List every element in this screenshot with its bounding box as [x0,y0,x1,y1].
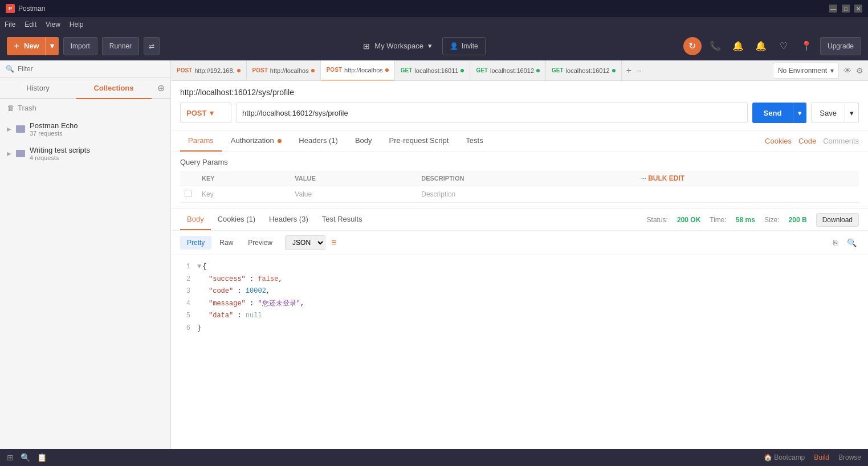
sync-icon-button[interactable]: ↻ [683,37,702,55]
expand-1[interactable]: ▼ [197,261,201,273]
maximize-button[interactable]: □ [842,5,850,13]
sync-button[interactable]: ⇄ [144,37,160,55]
comments-link[interactable]: Comments [823,137,859,145]
collection-count-2: 4 requests [30,154,90,161]
menu-view[interactable]: View [46,21,60,28]
main-layout: 🔍 History Collections ⊕ 🗑 Trash ▶ Postma… [0,60,868,449]
bell-icon-button[interactable]: 🔔 [729,37,747,55]
sidebar-item-trash[interactable]: 🗑 Trash [0,99,170,117]
response-tab-tests[interactable]: Test Results [315,209,369,230]
import-button[interactable]: Import [63,37,97,55]
expand-icon: ▶ [7,126,11,132]
tabs-more-button[interactable]: ··· [636,67,642,75]
params-tab-prerequest[interactable]: Pre-request Script [381,130,457,152]
runner-button[interactable]: Runner [102,37,139,55]
tab-get-1[interactable]: GET localhost:16011 [395,60,471,81]
location-icon-button[interactable]: 📍 [797,37,816,55]
bulk-edit-button[interactable]: Bulk Edit [648,174,684,182]
row-desc[interactable]: Description [417,186,637,203]
bottom-bar: ⊞ 🔍 📋 🏠 Bootcamp Build Browse [0,449,868,466]
phone-icon-button[interactable]: 📞 [706,37,724,55]
status-label: Status: [647,216,668,224]
response-area: Body Cookies (1) Headers (3) Test Result… [171,209,868,449]
url-input[interactable] [236,103,748,123]
env-area: No Environment ▾ 👁 ⚙ [773,63,868,79]
new-button-main[interactable]: ＋ New [7,41,45,51]
collection-writing-test[interactable]: ▶ Writing test scripts 4 requests [0,141,170,166]
format-tab-pretty[interactable]: Pretty [180,236,211,250]
tab-history[interactable]: History [0,78,76,98]
tab-get-3[interactable]: GET localhost:16012 [546,60,622,81]
row-checkbox[interactable] [185,190,192,197]
menu-edit[interactable]: Edit [25,21,36,28]
cookies-link[interactable]: Cookies [765,137,792,145]
expand-icon-2: ▶ [7,150,11,157]
response-tab-body[interactable]: Body [180,209,211,230]
trash-label: Trash [18,104,36,112]
new-button[interactable]: ＋ New ▾ [7,37,59,55]
json-line-2: 2 "success" : false, [180,273,859,286]
response-meta: Status: 200 OK Time: 58 ms Size: 200 B D… [647,213,859,227]
params-tab-tests[interactable]: Tests [458,130,491,152]
browse-link[interactable]: Browse [838,453,861,461]
toolbar: ＋ New ▾ Import Runner ⇄ ⊞ My Workspace ▾… [0,32,868,60]
new-folder-button[interactable]: ⊕ [152,78,170,98]
sidebar-search: 🔍 [0,60,170,78]
filter-input[interactable] [18,65,165,73]
notification-icon-button[interactable]: 🔔 [752,37,770,55]
tab-get-2[interactable]: GET localhost:16012 [470,60,546,81]
new-button-dropdown[interactable]: ▾ [45,37,59,55]
response-tab-headers[interactable]: Headers (3) [262,209,315,230]
time-value: 58 ms [736,216,755,224]
tab-dot-4 [461,69,464,72]
bootcamp-label[interactable]: 🏠 Bootcamp [764,453,805,461]
row-value[interactable]: Value [290,186,417,203]
tab-collections[interactable]: Collections [76,78,152,99]
row-key[interactable]: Key [197,186,290,203]
code-link[interactable]: Code [798,137,816,145]
send-dropdown-button[interactable]: ▾ [793,103,806,123]
bottom-icon-2[interactable]: 🔍 [21,453,30,462]
tab-post-3[interactable]: POST http://localhos [321,60,395,81]
invite-button[interactable]: 👤 Invite [442,37,486,55]
params-tab-params[interactable]: Params [180,130,222,152]
minimize-button[interactable]: — [829,5,837,13]
response-tab-cookies[interactable]: Cookies (1) [211,209,262,230]
tab-method-label-4: GET [401,67,413,73]
bottom-icon-3[interactable]: 📋 [37,453,47,462]
workspace-button[interactable]: ⊞ My Workspace ▾ [357,38,438,54]
tab-url-4: localhost:16011 [414,67,458,74]
build-link[interactable]: Build [814,453,829,461]
search-response-button[interactable]: 🔍 [845,236,859,250]
more-icon[interactable]: ··· [641,175,646,182]
eye-button[interactable]: 👁 [843,66,851,75]
add-tab-button[interactable]: + [626,66,631,76]
menu-file[interactable]: File [5,21,15,28]
format-tab-preview[interactable]: Preview [241,236,279,250]
send-button[interactable]: Send [752,103,793,123]
format-selector[interactable]: JSON XML HTML Text [285,235,325,250]
auth-dot [278,139,282,143]
tab-post-2[interactable]: POST http://localhos [247,60,321,81]
bottom-icon-1[interactable]: ⊞ [7,453,14,462]
save-button[interactable]: Save [811,103,845,123]
settings-button[interactable]: ⚙ [856,66,863,75]
params-tab-body[interactable]: Body [347,130,380,152]
menu-help[interactable]: Help [70,21,84,28]
save-dropdown-button[interactable]: ▾ [845,103,859,123]
filter-icon[interactable]: ≡ [331,238,336,248]
params-tab-headers[interactable]: Headers (1) [291,130,346,152]
close-button[interactable]: ✕ [854,5,862,13]
download-button[interactable]: Download [816,213,859,227]
heart-icon-button[interactable]: ♡ [775,37,793,55]
copy-button[interactable]: ⎘ [831,236,840,250]
format-tab-raw[interactable]: Raw [213,236,240,250]
tab-post-1[interactable]: POST http://192.168. [171,60,247,81]
runner-label: Runner [109,42,132,50]
upgrade-button[interactable]: Upgrade [820,37,861,55]
params-tab-authorization[interactable]: Authorization [223,130,290,152]
method-selector[interactable]: POST ▾ [180,103,231,123]
collection-postman-echo[interactable]: ▶ Postman Echo 37 requests [0,117,170,141]
response-tabs-bar: Body Cookies (1) Headers (3) Test Result… [171,209,868,231]
environment-selector[interactable]: No Environment ▾ [773,63,839,79]
